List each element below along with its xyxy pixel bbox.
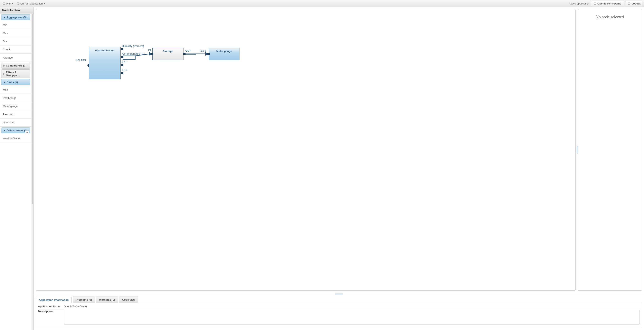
toolbox-item-sum[interactable]: Sum — [0, 37, 32, 45]
accordion-data-sources[interactable]: Data sources (1) ⌕ — [1, 128, 30, 133]
app-name-value: OpenIoT-Vm-Demo — [64, 305, 87, 308]
toolbox-item-max[interactable]: Max — [0, 29, 32, 37]
chevron-right-icon — [4, 73, 5, 75]
port-label-lat: LAT — [122, 60, 127, 63]
accordion-label: Sinks (5) — [7, 81, 18, 84]
chevron-right-icon — [4, 65, 5, 67]
accordion-label: Aggregators (5) — [7, 16, 26, 19]
accordion-aggregators[interactable]: Aggregators (5) — [1, 14, 30, 20]
sidebar-scrollbar[interactable] — [32, 13, 34, 330]
node-weatherstation[interactable]: WeatherStation — [89, 47, 120, 79]
accordion-sinks[interactable]: Sinks (5) — [1, 79, 30, 85]
tab-code-view[interactable]: Code view — [119, 297, 138, 303]
description-input[interactable] — [64, 310, 640, 325]
scrollbar-thumb[interactable] — [32, 14, 33, 204]
logout-label: Logout — [632, 2, 640, 5]
node-toolbox-sidebar: Node toolbox Aggregators (5) Min Max Sum… — [0, 7, 34, 330]
accordion-label: Comparators (3) — [6, 64, 26, 67]
inspector-panel: No node selected — [578, 9, 642, 291]
current-application-menu[interactable]: Current application — [15, 1, 47, 6]
port-humidity[interactable] — [121, 48, 124, 50]
active-application-button[interactable]: OpenIoT-Vm-Demo — [591, 1, 624, 6]
active-application-label: Active application — [569, 2, 590, 5]
accordion-label: Data sources (1) — [7, 129, 28, 132]
port-label-in: IN — [148, 48, 151, 52]
toolbox-item-line-chart[interactable]: Line chart — [0, 119, 32, 127]
logout-icon — [628, 2, 630, 5]
inspector-resize-handle[interactable] — [576, 146, 578, 154]
description-label: Description — [38, 310, 62, 313]
search-icon[interactable]: ⌕ — [25, 131, 29, 134]
port-label-lon: LON — [122, 69, 128, 72]
current-application-label: Current application — [20, 2, 43, 5]
accordion-label: Filters & Grouppe... — [6, 71, 28, 77]
file-icon — [3, 2, 5, 5]
sidebar-title: Node toolbox — [0, 7, 34, 13]
node-average[interactable]: Average — [152, 48, 184, 60]
logout-button[interactable]: Logout — [626, 1, 643, 6]
port-airtemperature[interactable] — [121, 56, 124, 58]
diagram-canvas[interactable]: Sel. filter WeatherStation Humidity (Per… — [36, 9, 576, 291]
node-title: Meter gauge — [209, 48, 239, 53]
active-application-name: OpenIoT-Vm-Demo — [598, 2, 621, 5]
toolbox-item-pie-chart[interactable]: Pie chart — [0, 110, 32, 119]
tab-warnings[interactable]: Warnings (0) — [96, 297, 118, 303]
port-average-out[interactable] — [183, 53, 186, 55]
top-toolbar: File Current application Active applicat… — [0, 0, 644, 7]
toolbox-item-weatherstation[interactable]: WeatherStation — [0, 134, 32, 142]
bottom-panel: Application information Problems (0) War… — [34, 295, 644, 330]
file-menu[interactable]: File — [1, 1, 15, 6]
document-icon — [594, 2, 596, 5]
sel-filter-label: Sel. filter — [76, 58, 86, 61]
accordion-filters[interactable]: Filters & Grouppe... — [1, 69, 30, 78]
node-title: Average — [152, 48, 183, 53]
chevron-down-icon — [4, 17, 6, 18]
toolbox-item-meter-gauge[interactable]: Meter gauge — [0, 102, 32, 110]
tab-application-information[interactable]: Application information — [36, 297, 72, 303]
port-label-humidity: Humidity (Percent) — [122, 44, 144, 47]
accordion-comparators[interactable]: Comparators (3) — [1, 63, 30, 69]
port-lat[interactable] — [121, 64, 124, 66]
node-title: WeatherStation — [89, 47, 120, 52]
toolbox-item-min[interactable]: Min — [0, 21, 32, 29]
tab-problems[interactable]: Problems (0) — [73, 297, 95, 303]
port-lon[interactable] — [121, 72, 124, 74]
caret-down-icon — [44, 3, 45, 4]
port-meter-in[interactable] — [207, 53, 210, 55]
gear-icon — [17, 2, 20, 5]
bottom-resize-handle[interactable] — [34, 293, 644, 295]
chevron-down-icon — [4, 130, 6, 131]
toolbox-item-map[interactable]: Map — [0, 86, 32, 94]
toolbox-item-count[interactable]: Count — [0, 45, 32, 54]
port-label-out: OUT — [185, 49, 191, 52]
chevron-down-icon — [4, 82, 6, 83]
toolbox-item-average[interactable]: Average — [0, 54, 32, 62]
caret-down-icon — [12, 3, 13, 4]
port-label-airtemperature: AirTemperature (C) — [122, 52, 145, 55]
node-meter-gauge[interactable]: Meter gauge — [209, 48, 240, 60]
port-label-value: Value — [200, 49, 206, 52]
app-name-label: Application Name — [38, 305, 62, 308]
toolbox-item-pasthrough[interactable]: Pasthrough — [0, 94, 32, 102]
file-menu-label: File — [6, 2, 10, 5]
inspector-empty-message: No node selected — [578, 9, 642, 25]
port-average-in[interactable] — [151, 53, 153, 55]
